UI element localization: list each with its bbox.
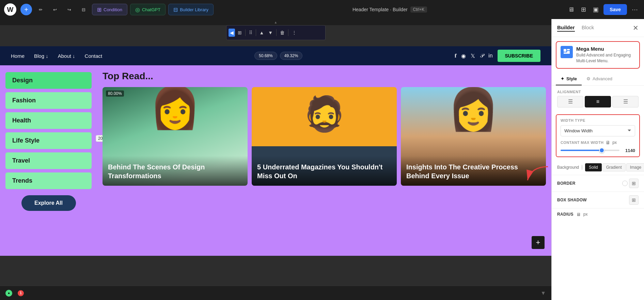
toolbar-separator-3 [276,29,277,36]
canvas-scroll-top: ▲ [0,19,551,25]
progress-bar-2: 49.32% [280,52,303,60]
mega-menu-panel-icon [561,46,573,58]
chatgpt-icon: ◎ [135,6,140,13]
article-card-1[interactable]: 80.00% Behind The Scenes Of Design Trans… [103,87,248,186]
advanced-icon: ⚙ [586,76,591,81]
move-down-button[interactable]: ▼ [267,29,274,37]
canvas-bottom-bar: ● 1 ▼ [0,286,551,300]
border-options-button[interactable]: ⊞ [629,179,639,188]
slider-track [561,150,619,151]
grid-view-button[interactable]: ⊞ [236,29,243,37]
toolbar-separator-1 [245,29,246,36]
max-width-label: CONTANT MAX WIDTH [561,140,603,145]
tab-advanced[interactable]: ⚙ Advanced [582,73,617,85]
align-center-button[interactable]: ≡ [585,96,611,107]
align-left-button[interactable]: ☰ [557,96,583,107]
condition-button[interactable]: ⊞ Condition [92,4,127,15]
background-color-circle[interactable] [582,165,582,170]
nav-contact[interactable]: Contact [85,53,103,59]
linkedin-icon[interactable]: in [488,53,492,59]
header-bar: Home Blog ↓ About ↓ Contact 50.68% 49.32… [0,46,551,65]
alignment-group: ☰ ≡ ☰ [552,96,644,112]
element-toolbar: ◀ ⊞ ⠿ ▲ ▼ 🗑 ⋮ [226,25,326,40]
redo-button[interactable]: ↪ [63,4,75,15]
subscribe-button[interactable]: SUBSCRIBE [498,50,540,62]
pinterest-icon[interactable]: 𝒫 [480,53,484,59]
toolbar-separator-2 [256,29,256,36]
category-lifestyle[interactable]: Life Style [5,132,92,149]
undo-button[interactable]: ↩ [49,4,61,15]
bg-image-button[interactable]: Image [626,163,644,171]
mega-menu-panel-card: Mega Menu Build Advanced and Engaging Mu… [556,41,640,69]
monitor-icon: 🖥 [606,140,610,145]
facebook-icon[interactable]: 𝐟 [455,53,456,59]
article-1-overlay: Behind The Scenes Of Design Transformati… [103,156,248,186]
more-element-options-button[interactable]: ⋮ [290,29,298,37]
category-travel[interactable]: Travel [5,152,92,169]
instagram-icon[interactable]: ◉ [461,53,466,59]
nav-home[interactable]: Home [11,53,25,59]
width-type-label: WIDTH TYPE [561,118,635,122]
template-title: Header Template · Builder [352,7,408,12]
wordpress-logo[interactable]: W [4,3,16,16]
box-shadow-row: BOX SHADOW ⊞ [552,192,644,209]
bg-solid-button[interactable]: Solid [585,163,602,171]
add-block-button-canvas[interactable]: + [532,236,545,249]
category-design[interactable]: Design [5,72,92,89]
article-card-2[interactable]: 5 Underrated Magazines You Shouldn't Mis… [252,87,397,186]
category-trends[interactable]: Trends [5,172,92,189]
panel-style-advanced-tabs: ✦ Style ⚙ Advanced [552,73,644,86]
collapse-button[interactable]: ◀ [229,29,235,37]
layout-button[interactable]: ⊞ [579,4,588,15]
max-width-slider[interactable] [561,150,619,151]
tab-style[interactable]: ✦ Style [556,73,582,85]
nav-about[interactable]: About ↓ [58,53,75,59]
twitter-x-icon[interactable]: 𝕏 [471,53,475,59]
delete-button[interactable]: 🗑 [279,29,286,37]
category-lifestyle-wrapper: Life Style 20% [5,132,92,149]
save-button[interactable]: Save [603,4,627,15]
slider-fill [561,150,602,151]
panel-close-button[interactable]: ✕ [633,24,639,32]
nav-blog[interactable]: Blog ↓ [34,53,48,59]
border-row: BORDER ⊞ [552,175,644,192]
scroll-down-arrow: ▼ [540,290,546,296]
mega-left-panel: Design Fashion Health Life Style 20% Tra… [0,65,97,256]
builder-lib-icon: ⊟ [173,6,178,13]
explore-all-button[interactable]: Explore All [21,195,76,211]
box-shadow-options-button[interactable]: ⊞ [629,195,639,205]
pencil-button[interactable]: ✏ [35,4,46,15]
divider-button[interactable]: ⊟ [78,4,89,15]
canvas-content: Home Blog ↓ About ↓ Contact 50.68% 49.32… [0,46,551,286]
max-width-slider-row: 1140 [561,148,635,153]
align-right-button[interactable]: ☰ [612,96,639,107]
svg-rect-1 [567,49,570,50]
add-block-button[interactable]: + [20,4,32,15]
toolbar-right: 🖥 ⊞ ▣ Save ⋯ [566,4,640,15]
builder-library-button[interactable]: ⊟ Builder Library [168,4,214,15]
move-up-button[interactable]: ▲ [258,29,266,37]
mega-menu-panel-title: Mega Menu [576,46,635,52]
chatgpt-button[interactable]: ◎ ChatGPT [130,4,166,15]
tab-block[interactable]: Block [582,24,594,32]
radius-unit: px [583,212,588,217]
drag-button[interactable]: ⠿ [248,29,254,37]
border-label: BORDER [557,181,576,186]
width-type-select[interactable]: Window Width Container Width Custom [561,125,635,136]
slider-thumb[interactable] [599,148,604,153]
progress-bar-1: 50.68% [254,52,277,60]
header-progress-bars: 50.68% 49.32% [254,52,302,60]
category-health[interactable]: Health [5,112,92,129]
status-circle-green: ● [5,290,12,297]
desktop-view-button[interactable]: 🖥 [566,4,576,15]
bg-gradient-button[interactable]: Gradient [602,163,626,171]
tab-builder[interactable]: Builder [557,24,575,32]
top-read-title: Top Read... [103,71,546,82]
more-options-button[interactable]: ⋯ [630,4,640,15]
category-fashion[interactable]: Fashion [5,92,92,109]
preview-button[interactable]: ▣ [591,4,601,15]
background-label: Background [557,165,579,170]
border-circle[interactable] [622,181,628,186]
article-card-3[interactable]: Insights Into The Creative Process Behin… [401,87,546,186]
top-toolbar: W + ✏ ↩ ↪ ⊟ ⊞ Condition ◎ ChatGPT ⊟ Buil… [0,0,644,19]
